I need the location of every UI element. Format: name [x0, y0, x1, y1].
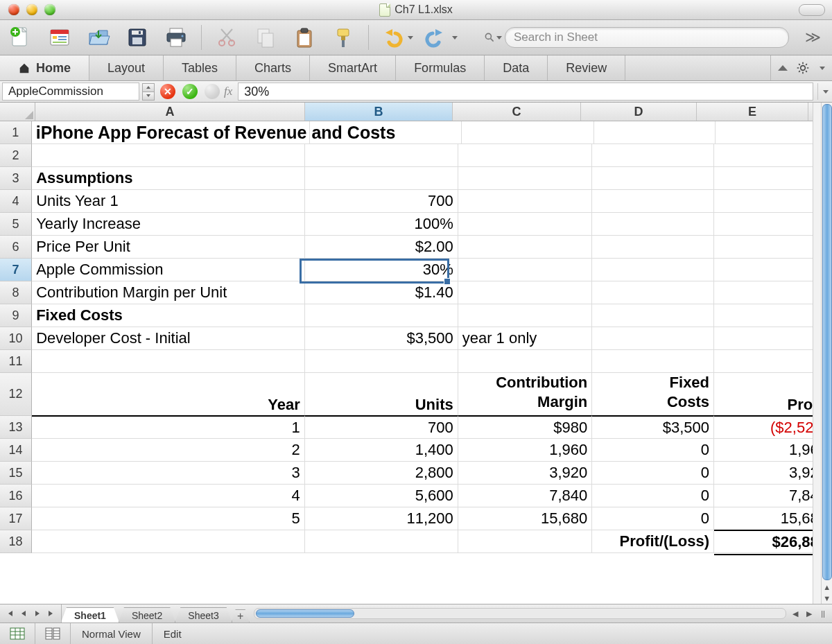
- column-header-C[interactable]: C: [453, 103, 581, 121]
- cell[interactable]: $1.40: [305, 281, 458, 304]
- new-workbook-button[interactable]: [7, 24, 35, 51]
- sheet-tab-2[interactable]: Sheet2: [119, 607, 175, 623]
- search-scope-caret[interactable]: [496, 36, 502, 40]
- cell[interactable]: [592, 304, 714, 327]
- cell[interactable]: [458, 530, 593, 553]
- cell[interactable]: [592, 259, 714, 281]
- insert-function-button[interactable]: [203, 82, 221, 101]
- cell[interactable]: [592, 213, 714, 236]
- formula-input[interactable]: 30%: [238, 82, 813, 101]
- cell[interactable]: 0: [592, 485, 714, 507]
- sheet-tab-3[interactable]: Sheet3: [175, 607, 232, 623]
- paste-button[interactable]: [291, 24, 318, 51]
- tab-formulas[interactable]: Formulas: [396, 55, 485, 80]
- cell[interactable]: 0: [592, 462, 714, 485]
- tab-smartart[interactable]: SmartArt: [310, 55, 396, 80]
- cell[interactable]: 700: [305, 415, 458, 439]
- toolbar-toggle-button[interactable]: [799, 4, 825, 16]
- cell[interactable]: [458, 259, 593, 281]
- first-sheet-button[interactable]: [6, 609, 14, 618]
- cell[interactable]: 4: [32, 485, 305, 507]
- gear-icon[interactable]: [796, 61, 810, 75]
- cell[interactable]: [458, 281, 593, 304]
- cell[interactable]: Units: [305, 373, 458, 416]
- redo-dropdown-caret[interactable]: [452, 36, 458, 40]
- tab-layout[interactable]: Layout: [89, 55, 164, 80]
- cell[interactable]: [458, 213, 593, 236]
- save-button[interactable]: [123, 24, 151, 51]
- cell[interactable]: 1,400: [305, 439, 458, 462]
- normal-view-button[interactable]: [0, 623, 35, 644]
- cell[interactable]: 5: [32, 507, 305, 530]
- cell[interactable]: 1,960: [458, 439, 593, 462]
- row-header[interactable]: 7: [0, 259, 32, 281]
- scroll-right-button[interactable]: ▶: [804, 609, 814, 618]
- cell[interactable]: 3: [32, 462, 305, 485]
- cell[interactable]: [305, 304, 458, 327]
- row-header[interactable]: 18: [0, 530, 32, 553]
- cell[interactable]: 1: [32, 415, 305, 439]
- cell[interactable]: 0: [592, 439, 714, 462]
- cell[interactable]: [458, 144, 593, 167]
- row-header[interactable]: 13: [0, 416, 32, 439]
- cell[interactable]: [458, 236, 593, 259]
- cell[interactable]: [32, 530, 305, 553]
- cell[interactable]: [592, 236, 714, 259]
- cell[interactable]: [458, 167, 593, 190]
- cell[interactable]: [592, 281, 714, 304]
- cell[interactable]: [32, 144, 305, 167]
- row-header[interactable]: 17: [0, 507, 32, 530]
- tab-tables[interactable]: Tables: [164, 55, 236, 80]
- cell[interactable]: [592, 327, 714, 350]
- prev-sheet-button[interactable]: [19, 609, 28, 618]
- cut-button[interactable]: [213, 24, 241, 51]
- cell[interactable]: [305, 167, 458, 190]
- row-header[interactable]: 11: [0, 350, 32, 373]
- tab-data[interactable]: Data: [485, 55, 548, 80]
- column-header-E[interactable]: E: [697, 103, 808, 121]
- cell[interactable]: Developer Cost - Initial: [32, 327, 305, 350]
- cell[interactable]: Apple Commission: [32, 259, 305, 281]
- cell[interactable]: [310, 121, 462, 144]
- cell[interactable]: FixedCosts: [592, 373, 714, 416]
- row-header[interactable]: 5: [0, 213, 32, 236]
- ribbon-collapse-button[interactable]: [778, 65, 788, 71]
- cell[interactable]: 0: [592, 507, 714, 530]
- select-all-button[interactable]: [0, 103, 35, 121]
- cell[interactable]: [592, 190, 714, 213]
- search-input[interactable]: Search in Sheet: [505, 27, 789, 48]
- settings-caret[interactable]: [820, 67, 825, 70]
- tab-review[interactable]: Review: [548, 55, 625, 80]
- confirm-edit-button[interactable]: ✓: [181, 82, 199, 101]
- print-button[interactable]: [162, 24, 190, 51]
- open-template-button[interactable]: [46, 24, 73, 51]
- toolbar-overflow-button[interactable]: ≫: [801, 28, 825, 46]
- cell[interactable]: Units Year 1: [32, 190, 305, 213]
- worksheet-grid[interactable]: A B C D E 1iPhone App Forecast of Revenu…: [0, 103, 832, 604]
- last-sheet-button[interactable]: [47, 609, 55, 618]
- split-handle[interactable]: [813, 103, 821, 604]
- cell[interactable]: 100%: [305, 213, 458, 236]
- cell[interactable]: [592, 144, 714, 167]
- row-header[interactable]: 3: [0, 167, 32, 190]
- vertical-scroll-thumb[interactable]: [822, 104, 832, 580]
- cell[interactable]: [32, 350, 305, 373]
- cell[interactable]: [592, 350, 714, 373]
- column-header-D[interactable]: D: [581, 103, 697, 121]
- cell[interactable]: [305, 530, 458, 553]
- row-header[interactable]: 12: [0, 373, 32, 416]
- cell[interactable]: Yearly Increase: [32, 213, 305, 236]
- cell[interactable]: 2,800: [305, 462, 458, 485]
- row-header[interactable]: 15: [0, 462, 32, 485]
- cell[interactable]: [592, 167, 714, 190]
- row-header[interactable]: 2: [0, 144, 32, 167]
- cell[interactable]: [305, 144, 458, 167]
- cell[interactable]: 5,600: [305, 485, 458, 507]
- horizontal-scrollbar[interactable]: ◀ ▶ ||: [250, 604, 832, 623]
- name-box-stepper[interactable]: [142, 83, 155, 101]
- undo-button[interactable]: [380, 27, 413, 48]
- cell[interactable]: ContributionMargin: [458, 373, 593, 416]
- horizontal-scroll-track[interactable]: [254, 608, 786, 619]
- cell[interactable]: Price Per Unit: [32, 236, 305, 259]
- cell[interactable]: $980: [458, 415, 593, 439]
